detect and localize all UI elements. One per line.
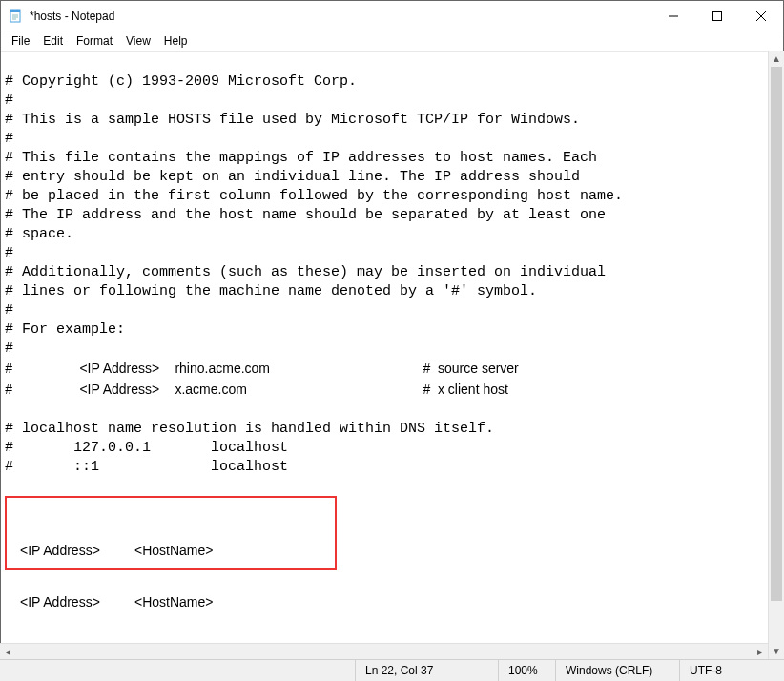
status-zoom: 100%: [498, 660, 555, 681]
status-position: Ln 22, Col 37: [355, 660, 498, 681]
scroll-down-button[interactable]: ▼: [769, 643, 784, 659]
scroll-thumb[interactable]: [771, 67, 782, 601]
status-bar: Ln 22, Col 37 100% Windows (CRLF) UTF-8: [0, 659, 784, 681]
host-entry: <IP Address><HostName>: [20, 542, 213, 559]
text-line: #: [5, 245, 13, 261]
svg-rect-6: [713, 11, 722, 20]
scroll-left-button[interactable]: ◂: [0, 644, 16, 659]
text-line: #: [5, 131, 13, 147]
text-line: # localhost name resolution is handled w…: [5, 421, 494, 437]
text-line: # lines or following the machine name de…: [5, 283, 537, 299]
menu-format[interactable]: Format: [70, 32, 119, 50]
minimize-button[interactable]: [651, 1, 695, 31]
menu-bar: File Edit Format View Help: [1, 31, 783, 51]
text-line: # entry should be kept on an individual …: [5, 169, 580, 185]
text-editor[interactable]: # Copyright (c) 1993-2009 Microsoft Corp…: [1, 51, 783, 680]
status-encoding: UTF-8: [679, 660, 784, 681]
menu-edit[interactable]: Edit: [36, 32, 70, 50]
vertical-scrollbar[interactable]: ▲ ▼: [768, 51, 784, 659]
scroll-up-button[interactable]: ▲: [769, 51, 784, 67]
example-row: #<IP Address>rhino.acme.com# source serv…: [5, 361, 519, 376]
title-bar: *hosts - Notepad: [1, 1, 783, 31]
menu-help[interactable]: Help: [157, 32, 195, 50]
horizontal-scrollbar[interactable]: ◂ ▸: [0, 643, 768, 659]
text-line: # This file contains the mappings of IP …: [5, 150, 597, 166]
text-line: # ::1 localhost: [5, 459, 288, 475]
host-entry: <IP Address><HostName>: [20, 593, 213, 610]
svg-rect-1: [10, 10, 20, 12]
window-controls: [651, 1, 783, 31]
maximize-button[interactable]: [695, 1, 739, 31]
text-line: #: [5, 302, 13, 319]
menu-view[interactable]: View: [119, 32, 157, 50]
text-line: # 127.0.0.1 localhost: [5, 440, 288, 456]
text-line: # This is a sample HOSTS file used by Mi…: [5, 112, 580, 128]
close-button[interactable]: [739, 1, 783, 31]
status-line-ending: Windows (CRLF): [555, 660, 679, 681]
text-line: # Copyright (c) 1993-2009 Microsoft Corp…: [5, 73, 357, 90]
text-line: # be placed in the first column followed…: [5, 188, 623, 204]
scroll-right-button[interactable]: ▸: [752, 644, 768, 659]
text-line: #: [5, 93, 13, 109]
text-line: #: [5, 340, 13, 357]
example-row: #<IP Address>x.acme.com# x client host: [5, 382, 508, 397]
text-line: # The IP address and the host name shoul…: [5, 207, 606, 223]
notepad-icon: [9, 9, 24, 24]
window-title: *hosts - Notepad: [30, 10, 651, 23]
text-line: # For example:: [5, 321, 125, 338]
text-line: # space.: [5, 226, 73, 242]
menu-file[interactable]: File: [5, 32, 36, 50]
text-line: # Additionally, comments (such as these)…: [5, 264, 606, 280]
